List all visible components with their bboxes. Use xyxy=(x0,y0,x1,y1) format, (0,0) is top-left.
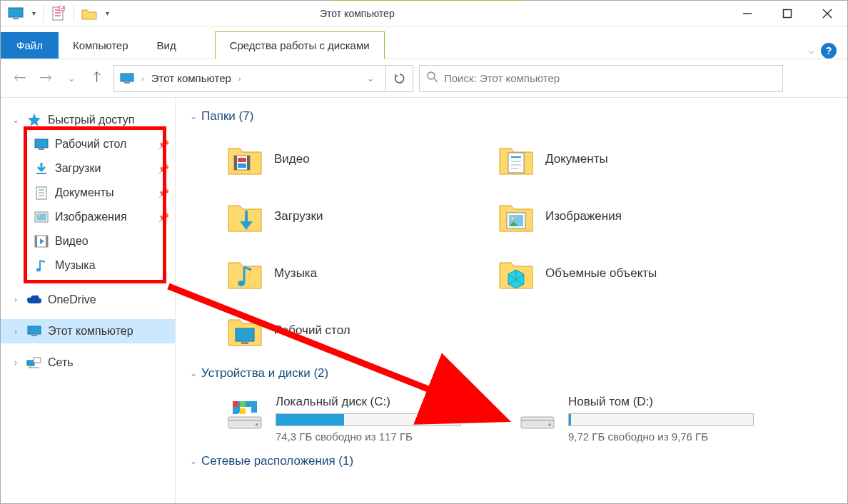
drive-item-d[interactable]: Новый том (D:) 9,72 ГБ свободно из 9,76 … xyxy=(483,395,775,443)
close-button[interactable] xyxy=(807,1,847,26)
search-input[interactable]: Поиск: Этот компьютер xyxy=(419,65,783,92)
ribbon-tab-drive-tools[interactable]: Средства работы с дисками xyxy=(215,31,385,59)
folder-icon xyxy=(497,197,535,236)
svg-rect-52 xyxy=(233,401,238,407)
pin-icon: 📌 xyxy=(158,163,169,174)
svg-rect-3 xyxy=(59,6,64,11)
chevron-right-icon[interactable]: › xyxy=(11,326,21,336)
svg-point-58 xyxy=(548,423,551,426)
sidebar-network[interactable]: › Сеть xyxy=(1,351,175,375)
sidebar-this-pc[interactable]: › Этот компьютер xyxy=(1,319,175,343)
sidebar-item-label: Документы xyxy=(55,186,113,199)
folder-item-videos[interactable]: Видео xyxy=(190,131,461,188)
ribbon-tab-view[interactable]: Вид xyxy=(143,32,191,59)
svg-point-43 xyxy=(238,281,245,286)
folder-item-desktop[interactable]: Рабочий стол xyxy=(190,302,461,359)
svg-point-8 xyxy=(428,72,435,79)
pin-icon: 📌 xyxy=(158,212,169,223)
folder-item-downloads[interactable]: Загрузки xyxy=(190,188,461,245)
downloads-icon xyxy=(34,161,49,176)
svg-rect-25 xyxy=(31,335,37,336)
navigation-pane: ⌄ Быстрый доступ Рабочий стол 📌 Загрузки… xyxy=(1,98,176,503)
sidebar-onedrive[interactable]: › OneDrive xyxy=(1,288,175,312)
svg-rect-56 xyxy=(521,417,554,428)
sidebar-item-downloads[interactable]: Загрузки 📌 xyxy=(1,156,175,181)
sidebar-item-label: Сеть xyxy=(48,356,74,369)
folder-icon xyxy=(497,254,535,293)
item-label: Объемные объекты xyxy=(545,266,657,281)
window-title: Этот компьютер xyxy=(306,1,727,26)
chevron-right-icon[interactable]: › xyxy=(11,358,21,368)
svg-point-19 xyxy=(39,215,41,217)
qat-properties-icon[interactable] xyxy=(48,3,69,24)
folder-icon xyxy=(226,311,264,350)
svg-point-42 xyxy=(511,217,514,220)
sidebar-item-desktop[interactable]: Рабочий стол 📌 xyxy=(1,132,175,156)
sidebar-item-label: Загрузки xyxy=(55,162,101,175)
drive-name: Локальный диск (C:) xyxy=(276,395,483,409)
svg-rect-54 xyxy=(233,408,238,414)
network-icon xyxy=(26,355,42,371)
cloud-icon xyxy=(26,292,42,308)
sidebar-item-videos[interactable]: Видео xyxy=(1,229,175,253)
chevron-down-icon: ⌄ xyxy=(190,368,197,378)
explorer-window: ▾ ▾ Управление Этот компьютер xyxy=(0,0,848,504)
sidebar-quick-access[interactable]: ⌄ Быстрый доступ xyxy=(1,108,175,132)
address-dropdown-icon[interactable]: ⌄ xyxy=(361,74,380,84)
nav-back-button[interactable]: 🡐 xyxy=(9,68,31,89)
chevron-down-icon[interactable]: ⌄ xyxy=(11,115,21,125)
body: ⌄ Быстрый доступ Рабочий стол 📌 Загрузки… xyxy=(1,98,847,503)
svg-rect-44 xyxy=(236,328,254,341)
folder-item-3d-objects[interactable]: Объемные объекты xyxy=(461,245,732,302)
qat-dropdown-icon[interactable]: ▾ xyxy=(29,9,39,17)
window-controls xyxy=(727,1,847,26)
sidebar-item-music[interactable]: Музыка xyxy=(1,253,175,278)
desktop-icon xyxy=(34,136,49,152)
svg-rect-27 xyxy=(34,358,41,363)
svg-point-23 xyxy=(36,268,41,272)
qat-new-folder-icon[interactable] xyxy=(79,3,100,24)
nav-history-dropdown[interactable]: ⌄ xyxy=(61,68,82,89)
nav-up-button[interactable]: 🡑 xyxy=(86,68,108,89)
breadcrumb-root-arrow[interactable]: › xyxy=(141,74,144,83)
folder-item-documents[interactable]: Документы xyxy=(461,131,732,188)
sidebar-item-documents[interactable]: Документы 📌 xyxy=(1,181,175,205)
sidebar-item-pictures[interactable]: Изображения 📌 xyxy=(1,205,175,229)
drives-row: Локальный диск (C:) 74,3 ГБ свободно из … xyxy=(190,388,833,443)
drive-icon xyxy=(226,395,264,433)
qat-customize-icon[interactable]: ▾ xyxy=(103,9,112,17)
search-placeholder: Поиск: Этот компьютер xyxy=(444,72,560,84)
ribbon-file-tab[interactable]: Файл xyxy=(1,32,59,59)
drive-item-c[interactable]: Локальный диск (C:) 74,3 ГБ свободно из … xyxy=(190,395,483,443)
chevron-right-icon[interactable]: › xyxy=(11,295,21,305)
nav-forward-button[interactable]: 🡒 xyxy=(35,68,56,89)
sidebar-item-label: Изображения xyxy=(55,211,127,223)
drive-icon xyxy=(518,395,557,433)
sidebar-quick-access-label: Быстрый доступ xyxy=(48,114,135,126)
maximize-button[interactable] xyxy=(767,1,807,26)
refresh-button[interactable] xyxy=(386,65,413,92)
videos-icon xyxy=(34,233,49,249)
address-bar[interactable]: › Этот компьютер › ⌄ xyxy=(113,65,386,92)
music-icon xyxy=(34,258,49,273)
documents-icon xyxy=(34,185,49,201)
svg-rect-24 xyxy=(28,326,41,334)
ribbon-collapse-icon[interactable]: ⌵ xyxy=(809,46,814,56)
minimize-button[interactable] xyxy=(727,1,767,26)
breadcrumb-this-pc[interactable]: Этот компьютер xyxy=(151,72,231,84)
chevron-down-icon: ⌄ xyxy=(190,111,197,121)
group-header-network[interactable]: ⌄ Сетевые расположения (1) xyxy=(190,454,833,468)
folder-item-pictures[interactable]: Изображения xyxy=(461,188,732,245)
group-header-drives[interactable]: ⌄ Устройства и диски (2) xyxy=(190,366,833,380)
svg-rect-11 xyxy=(39,148,44,150)
ribbon-tab-computer[interactable]: Компьютер xyxy=(59,32,143,59)
breadcrumb-arrow[interactable]: › xyxy=(238,74,241,83)
help-icon[interactable]: ? xyxy=(821,43,837,59)
svg-rect-57 xyxy=(521,420,554,421)
folder-item-music[interactable]: Музыка xyxy=(190,245,461,302)
svg-rect-46 xyxy=(228,417,261,428)
group-header-folders[interactable]: ⌄ Папки (7) xyxy=(190,109,833,124)
svg-rect-55 xyxy=(240,408,246,414)
svg-rect-53 xyxy=(240,401,246,407)
qat-this-pc-icon[interactable] xyxy=(5,3,26,24)
